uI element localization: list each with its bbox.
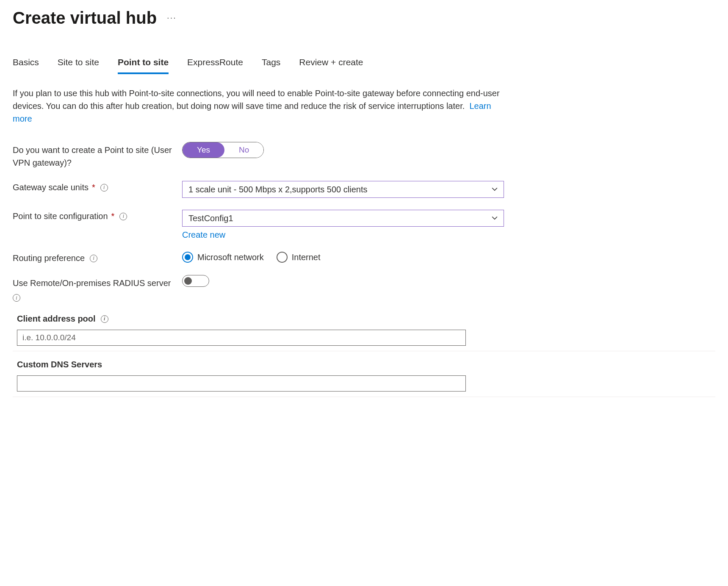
create-p2s-yes[interactable]: Yes bbox=[183, 142, 224, 158]
routing-pref-radio-group: Microsoft network Internet bbox=[182, 252, 504, 263]
client-pool-header-text: Client address pool bbox=[17, 314, 96, 324]
control-gateway-scale: 1 scale unit - 500 Mbps x 2,supports 500… bbox=[182, 181, 504, 198]
chevron-down-icon bbox=[492, 215, 498, 221]
more-actions-icon[interactable]: ··· bbox=[167, 13, 177, 23]
info-icon[interactable]: i bbox=[90, 255, 97, 262]
create-p2s-toggle[interactable]: Yes No bbox=[182, 142, 264, 158]
description-text: If you plan to use this hub with Point-t… bbox=[13, 89, 500, 111]
routing-pref-ms-label: Microsoft network bbox=[197, 253, 264, 262]
row-gateway-scale: Gateway scale units * i 1 scale unit - 5… bbox=[13, 181, 715, 198]
required-marker: * bbox=[92, 183, 95, 192]
row-p2s-config: Point to site configuration * i TestConf… bbox=[13, 210, 715, 240]
tab-basics[interactable]: Basics bbox=[13, 57, 39, 74]
label-p2s-config-text: Point to site configuration bbox=[13, 211, 108, 221]
p2s-config-value: TestConfig1 bbox=[188, 214, 233, 223]
label-radius-text: Use Remote/On-premises RADIUS server bbox=[13, 278, 171, 288]
tab-tags[interactable]: Tags bbox=[262, 57, 280, 74]
info-icon[interactable]: i bbox=[101, 315, 108, 323]
client-pool-input[interactable] bbox=[17, 330, 466, 346]
routing-pref-internet[interactable]: Internet bbox=[277, 252, 321, 263]
chevron-down-icon bbox=[492, 186, 498, 192]
tab-review-create[interactable]: Review + create bbox=[299, 57, 363, 74]
create-p2s-no[interactable]: No bbox=[224, 142, 263, 158]
dns-input[interactable] bbox=[17, 375, 466, 392]
info-icon[interactable]: i bbox=[100, 184, 108, 192]
label-p2s-config: Point to site configuration * i bbox=[13, 210, 182, 221]
label-radius: Use Remote/On-premises RADIUS server i bbox=[13, 275, 182, 302]
divider bbox=[13, 351, 715, 351]
dns-header-text: Custom DNS Servers bbox=[17, 360, 102, 369]
control-routing-pref: Microsoft network Internet bbox=[182, 252, 504, 263]
gateway-scale-select[interactable]: 1 scale unit - 500 Mbps x 2,supports 500… bbox=[182, 181, 504, 198]
page-header: Create virtual hub ··· bbox=[13, 8, 715, 28]
label-gateway-scale-text: Gateway scale units bbox=[13, 183, 89, 192]
row-create-p2s: Do you want to create a Point to site (U… bbox=[13, 142, 715, 169]
divider bbox=[13, 397, 715, 397]
label-gateway-scale: Gateway scale units * i bbox=[13, 181, 182, 192]
switch-knob-icon bbox=[184, 277, 192, 285]
dns-header: Custom DNS Servers bbox=[13, 360, 715, 369]
label-routing-pref: Routing preference i bbox=[13, 252, 182, 263]
label-create-p2s: Do you want to create a Point to site (U… bbox=[13, 142, 182, 169]
control-p2s-config: TestConfig1 Create new bbox=[182, 210, 504, 240]
control-create-p2s: Yes No bbox=[182, 142, 504, 158]
label-routing-pref-text: Routing preference bbox=[13, 253, 85, 263]
row-radius: Use Remote/On-premises RADIUS server i bbox=[13, 275, 715, 302]
routing-pref-ms-network[interactable]: Microsoft network bbox=[182, 252, 264, 263]
radio-unselected-icon bbox=[277, 252, 288, 263]
gateway-scale-value: 1 scale unit - 500 Mbps x 2,supports 500… bbox=[188, 185, 367, 194]
info-icon[interactable]: i bbox=[13, 294, 20, 302]
tab-bar: Basics Site to site Point to site Expres… bbox=[13, 57, 715, 74]
tab-expressroute[interactable]: ExpressRoute bbox=[187, 57, 243, 74]
client-pool-header: Client address pool i bbox=[13, 314, 715, 324]
page-title: Create virtual hub bbox=[13, 8, 157, 28]
radio-selected-icon bbox=[182, 252, 193, 263]
tab-description: If you plan to use this hub with Point-t… bbox=[13, 87, 500, 125]
row-routing-pref: Routing preference i Microsoft network I… bbox=[13, 252, 715, 263]
required-marker: * bbox=[111, 211, 115, 221]
p2s-config-select[interactable]: TestConfig1 bbox=[182, 210, 504, 227]
radius-switch[interactable] bbox=[182, 275, 209, 287]
tab-point-to-site[interactable]: Point to site bbox=[118, 57, 169, 74]
control-radius bbox=[182, 275, 504, 287]
routing-pref-internet-label: Internet bbox=[292, 253, 321, 262]
create-new-link[interactable]: Create new bbox=[182, 230, 225, 240]
info-icon[interactable]: i bbox=[119, 213, 127, 220]
tab-site-to-site[interactable]: Site to site bbox=[58, 57, 99, 74]
